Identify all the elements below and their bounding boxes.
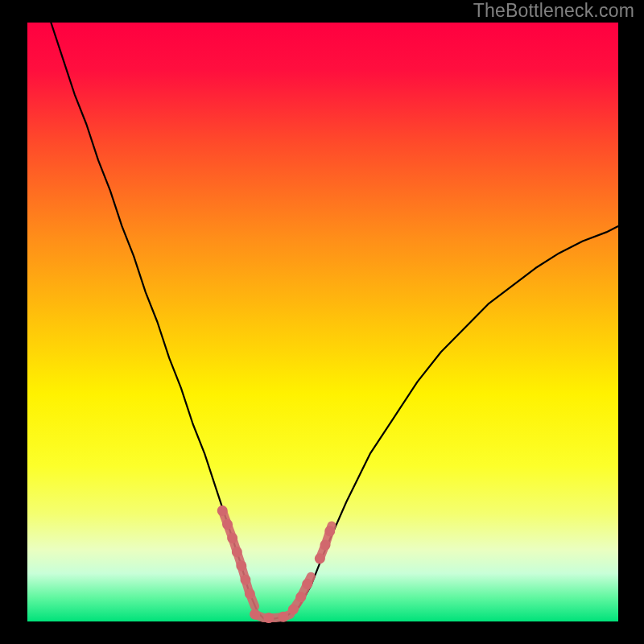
gradient-background	[27, 23, 618, 621]
chart-frame: TheBottleneck.com	[0, 0, 644, 644]
bottleneck-chart	[0, 0, 644, 644]
watermark-text: TheBottleneck.com	[473, 0, 634, 22]
